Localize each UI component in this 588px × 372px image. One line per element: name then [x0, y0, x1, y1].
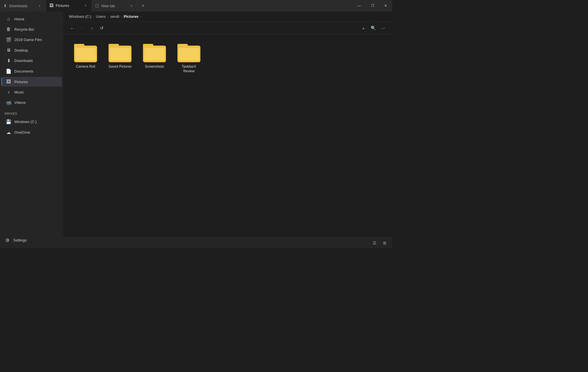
- sidebar-onedrive-label: OneDrive: [14, 130, 30, 135]
- window-controls: — ❐ ✕: [353, 0, 392, 11]
- sidebar-game-film-label: 2019 Game Film: [14, 38, 42, 42]
- screenshots-folder-icon: [143, 44, 166, 62]
- taskbarx-review-label: TaskbarX Review: [177, 65, 201, 73]
- breadcrumb-windows-c[interactable]: Windows (C:): [69, 14, 91, 19]
- sidebar-home-label: Home: [14, 17, 24, 21]
- recycle-bin-icon: 🗑: [6, 27, 11, 32]
- sidebar: ⌂ Home 🗑 Recycle Bin 🎬 2019 Game Film 🖥 …: [0, 11, 63, 248]
- sidebar-documents-label: Documents: [14, 69, 33, 73]
- minimize-button[interactable]: —: [353, 0, 366, 11]
- forward-button[interactable]: →: [78, 24, 87, 33]
- pictures-tab-close[interactable]: ×: [83, 3, 88, 8]
- new-tab-button[interactable]: +: [138, 0, 148, 11]
- game-film-icon: 🎬: [6, 37, 11, 42]
- sidebar-item-recycle-bin[interactable]: 🗑 Recycle Bin: [1, 24, 62, 34]
- desktop-icon: 🖥: [6, 48, 11, 53]
- breadcrumb-sep-3: ›: [121, 15, 122, 19]
- folder-saved-pictures[interactable]: Saved Pictures: [106, 42, 134, 76]
- sidebar-windows-c-label: Windows (C:): [14, 120, 37, 124]
- sidebar-item-desktop[interactable]: 🖥 Desktop: [1, 45, 62, 55]
- app-body: ⌂ Home 🗑 Recycle Bin 🎬 2019 Game Film 🖥 …: [0, 11, 392, 248]
- sidebar-pictures-label: Pictures: [14, 80, 28, 84]
- sidebar-item-onedrive[interactable]: ☁ OneDrive: [1, 127, 62, 137]
- newtab-tab-label: New tab: [101, 4, 127, 8]
- breadcrumb-sep-1: ›: [93, 15, 94, 19]
- folder-taskbarx-review[interactable]: TaskbarX Review: [175, 42, 203, 76]
- sidebar-desktop-label: Desktop: [14, 48, 28, 52]
- newtab-tab-close[interactable]: ×: [129, 3, 134, 8]
- breadcrumb-sep-4: ›: [140, 15, 141, 19]
- toolbar-right: + 🔍 ⋯: [359, 24, 388, 33]
- taskbarx-review-folder-icon: [177, 44, 200, 62]
- documents-icon: 📄: [6, 69, 11, 74]
- onedrive-icon: ☁: [6, 130, 11, 135]
- sidebar-item-game-film[interactable]: 🎬 2019 Game Film: [1, 35, 62, 45]
- breadcrumb-sep-2: ›: [107, 15, 109, 19]
- saved-pictures-folder-icon: [109, 44, 131, 62]
- sidebar-spacer: [0, 138, 63, 235]
- breadcrumb-pictures[interactable]: Pictures: [124, 14, 138, 19]
- tab-downloads[interactable]: ⬇ Downloads ×: [0, 0, 46, 11]
- up-button[interactable]: ↑: [87, 24, 96, 33]
- more-options-button[interactable]: ⋯: [378, 24, 388, 33]
- breadcrumb: Windows (C:) › Users › sendi › Pictures …: [63, 11, 392, 22]
- tab-newtab[interactable]: ☐ New tab ×: [92, 0, 138, 11]
- sidebar-downloads-label: Downloads: [14, 59, 33, 63]
- add-button[interactable]: +: [359, 24, 368, 33]
- pictures-tab-icon: 🖼: [49, 3, 53, 8]
- home-icon: ⌂: [6, 16, 11, 22]
- sidebar-item-music[interactable]: ♪ Music: [1, 87, 62, 97]
- sidebar-item-windows-c[interactable]: 💾 Windows (C:): [1, 117, 62, 127]
- newtab-tab-icon: ☐: [95, 3, 99, 8]
- downloads-tab-close[interactable]: ×: [37, 3, 42, 8]
- main-content: Windows (C:) › Users › sendi › Pictures …: [63, 11, 392, 248]
- sidebar-videos-label: Videos: [14, 100, 26, 105]
- maximize-button[interactable]: ❐: [366, 0, 379, 11]
- downloads-tab-label: Downloads: [9, 4, 35, 8]
- sidebar-recycle-bin-label: Recycle Bin: [14, 27, 34, 32]
- screenshots-label: Screenshots: [145, 65, 164, 69]
- sidebar-item-settings[interactable]: ⚙ Settings: [0, 235, 63, 246]
- pictures-icon: 🖼: [6, 79, 11, 84]
- drive-c-icon: 💾: [6, 119, 11, 124]
- videos-icon: 📹: [6, 100, 11, 105]
- tab-pictures[interactable]: 🖼 Pictures ×: [46, 0, 92, 11]
- statusbar: ☰ ⊞: [63, 237, 392, 248]
- sidebar-music-label: Music: [14, 90, 24, 94]
- sidebar-item-home[interactable]: ⌂ Home: [1, 14, 62, 24]
- pictures-tab-label: Pictures: [56, 3, 81, 8]
- camera-roll-label: Camera Roll: [76, 65, 95, 69]
- file-grid: Camera Roll Saved Pictures Screenshots: [63, 35, 392, 237]
- folder-camera-roll[interactable]: Camera Roll: [71, 42, 100, 76]
- back-button[interactable]: ←: [68, 24, 77, 33]
- titlebar-spacer: [148, 0, 353, 11]
- grid-view-button[interactable]: ⊞: [381, 239, 389, 247]
- titlebar: ⬇ Downloads × 🖼 Pictures × ☐ New tab × +…: [0, 0, 392, 11]
- sidebar-settings-label: Settings: [13, 238, 27, 242]
- sidebar-item-videos[interactable]: 📹 Videos: [1, 98, 62, 108]
- music-icon: ♪: [6, 89, 11, 95]
- toolbar: ← → ↑ ↺ + 🔍 ⋯: [63, 22, 392, 35]
- refresh-button[interactable]: ↺: [97, 24, 106, 33]
- settings-icon: ⚙: [5, 237, 10, 243]
- list-view-button[interactable]: ☰: [370, 239, 378, 247]
- drives-section-label: Drives: [0, 108, 63, 116]
- folder-screenshots[interactable]: Screenshots: [140, 42, 169, 76]
- downloads-icon: ⬇: [6, 58, 11, 63]
- close-button[interactable]: ✕: [379, 0, 392, 11]
- saved-pictures-label: Saved Pictures: [109, 65, 132, 69]
- breadcrumb-sendi[interactable]: sendi: [110, 14, 119, 19]
- camera-roll-folder-icon: [74, 44, 97, 62]
- breadcrumb-users[interactable]: Users: [96, 14, 106, 19]
- search-button[interactable]: 🔍: [369, 24, 378, 33]
- sidebar-item-pictures[interactable]: 🖼 Pictures: [1, 77, 62, 87]
- sidebar-item-downloads[interactable]: ⬇ Downloads: [1, 56, 62, 66]
- downloads-tab-icon: ⬇: [3, 3, 7, 8]
- sidebar-item-documents[interactable]: 📄 Documents: [1, 66, 62, 76]
